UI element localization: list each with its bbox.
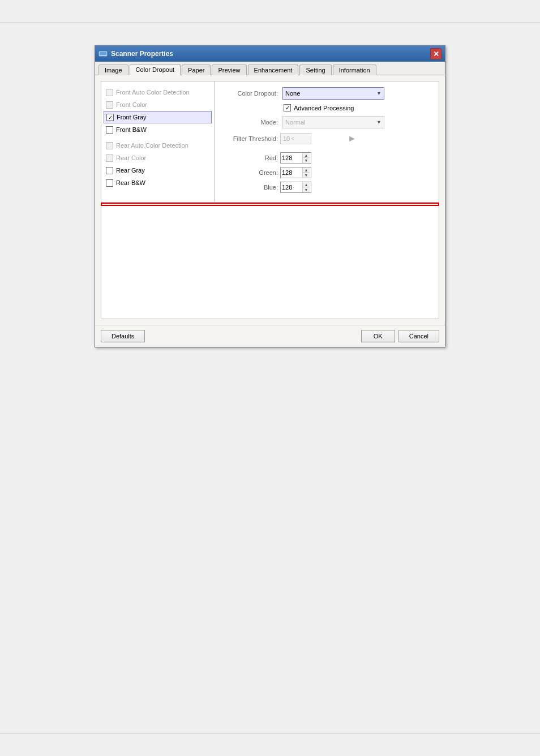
- ok-button[interactable]: OK: [361, 330, 395, 342]
- filter-slider-right-icon[interactable]: ►: [348, 134, 357, 144]
- checkbox-rear-color[interactable]: [106, 154, 113, 162]
- cancel-button[interactable]: Cancel: [398, 330, 439, 342]
- filter-threshold-spinbox[interactable]: 10 <: [280, 133, 311, 144]
- checkbox-front-auto[interactable]: [106, 89, 113, 96]
- right-panel: Color Dropout: None ▼ ✓ Advanced Process…: [215, 81, 439, 202]
- checkbox-front-bw[interactable]: [106, 126, 113, 134]
- mode-label: Mode:: [221, 119, 278, 126]
- defaults-button[interactable]: Defaults: [101, 330, 145, 342]
- tab-paper[interactable]: Paper: [182, 65, 211, 75]
- red-spin-down-btn[interactable]: ▼: [303, 158, 310, 163]
- mode-dropdown-arrow-icon: ▼: [376, 119, 382, 125]
- red-label: Red:: [221, 154, 278, 161]
- color-dropout-label: Color Dropout:: [221, 90, 278, 97]
- blue-spin-up-btn[interactable]: ▲: [303, 182, 310, 187]
- scanner-icon: [98, 49, 108, 58]
- window-title: Scanner Properties: [111, 50, 173, 58]
- content-area: Front Auto Color Detection Front Color ✓…: [95, 75, 445, 325]
- blue-label: Blue:: [221, 184, 278, 191]
- advanced-processing-label: Advanced Processing: [294, 105, 354, 111]
- tab-image[interactable]: Image: [98, 65, 128, 75]
- color-dropout-row: Color Dropout: None ▼: [221, 87, 432, 100]
- tab-setting[interactable]: Setting: [299, 65, 331, 75]
- red-spinbox[interactable]: 128 ▲ ▼: [280, 152, 311, 164]
- list-item-rear-gray[interactable]: Rear Gray: [104, 164, 212, 177]
- checkbox-rear-auto[interactable]: [106, 142, 113, 149]
- svg-rect-2: [100, 55, 106, 55]
- list-item-rear-bw[interactable]: Rear B&W: [104, 177, 212, 189]
- list-item-front-auto[interactable]: Front Auto Color Detection: [104, 86, 212, 98]
- main-panel: Front Auto Color Detection Front Color ✓…: [101, 81, 439, 203]
- blue-spin-buttons[interactable]: ▲ ▼: [302, 182, 310, 192]
- tab-preview[interactable]: Preview: [212, 65, 246, 75]
- dropdown-arrow-icon: ▼: [376, 91, 382, 96]
- green-spin-buttons[interactable]: ▲ ▼: [302, 167, 310, 178]
- tab-bar: Image Color Dropout Paper Preview Enhanc…: [95, 62, 445, 75]
- title-bar: Scanner Properties ✕: [95, 46, 445, 62]
- mode-dropdown[interactable]: Normal ▼: [282, 116, 384, 128]
- list-item-front-gray[interactable]: ✓ Front Gray: [104, 111, 212, 123]
- footer: Defaults OK Cancel: [95, 325, 445, 347]
- checkbox-rear-bw[interactable]: [106, 179, 113, 187]
- checkbox-front-color[interactable]: [106, 101, 113, 109]
- filter-threshold-row: Filter Threshold: 10 < ►: [221, 133, 432, 144]
- checkbox-advanced-processing[interactable]: ✓: [284, 104, 291, 111]
- filter-less-icon: <: [291, 136, 294, 141]
- green-spinbox[interactable]: 128 ▲ ▼: [280, 167, 311, 178]
- mode-row: Mode: Normal ▼: [221, 116, 432, 128]
- close-button[interactable]: ✕: [430, 48, 442, 59]
- blue-spinbox[interactable]: 128 ▲ ▼: [280, 182, 311, 193]
- green-row: Green: 128 ▲ ▼: [221, 167, 432, 178]
- green-spin-down-btn[interactable]: ▼: [303, 173, 310, 178]
- blue-row: Blue: 128 ▲ ▼: [221, 182, 432, 193]
- tab-information[interactable]: Information: [333, 65, 376, 75]
- list-item-rear-color[interactable]: Rear Color: [104, 152, 212, 164]
- blue-spin-down-btn[interactable]: ▼: [303, 187, 310, 192]
- red-row: Red: 128 ▲ ▼: [221, 152, 432, 164]
- tab-color-dropout[interactable]: Color Dropout: [130, 64, 181, 75]
- filter-threshold-label: Filter Threshold:: [221, 135, 278, 142]
- title-bar-left: Scanner Properties: [98, 49, 173, 58]
- red-spin-buttons[interactable]: ▲ ▼: [302, 153, 310, 163]
- left-panel: Front Auto Color Detection Front Color ✓…: [101, 81, 215, 202]
- footer-right: OK Cancel: [361, 330, 439, 342]
- tab-enhancement[interactable]: Enhancement: [248, 65, 299, 75]
- checkbox-front-gray[interactable]: ✓: [106, 114, 114, 121]
- green-spin-up-btn[interactable]: ▲: [303, 167, 310, 173]
- green-label: Green:: [221, 169, 278, 176]
- list-item-front-color[interactable]: Front Color: [104, 98, 212, 111]
- list-item-front-bw[interactable]: Front B&W: [104, 123, 212, 136]
- color-dropout-dropdown[interactable]: None ▼: [282, 87, 384, 100]
- empty-area: [101, 206, 439, 319]
- advanced-processing-row: ✓ Advanced Processing: [284, 104, 432, 111]
- red-spin-up-btn[interactable]: ▲: [303, 153, 310, 158]
- checkbox-rear-gray[interactable]: [106, 167, 113, 174]
- list-item-rear-auto[interactable]: Rear Auto Color Detection: [104, 139, 212, 152]
- scanner-properties-window: Scanner Properties ✕ Image Color Dropout…: [95, 45, 445, 347]
